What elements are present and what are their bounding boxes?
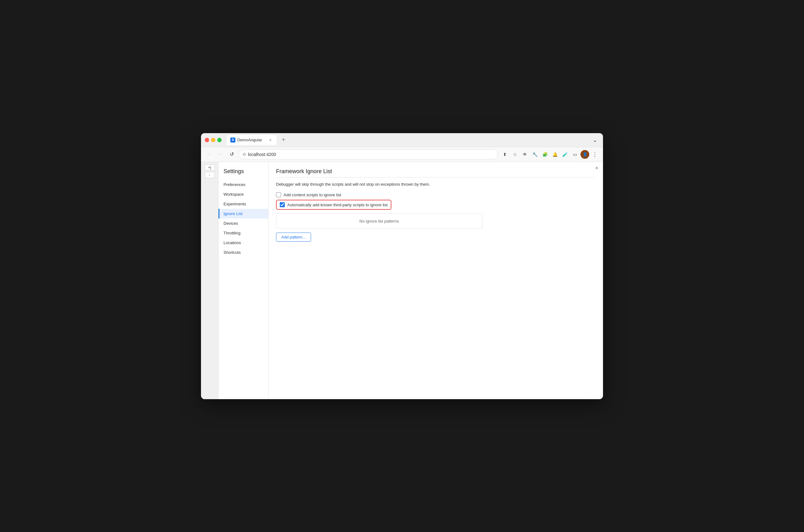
- auto-add-third-party-row: Automatically add known third-party scri…: [276, 200, 391, 210]
- devtools-panel: Settings Preferences Workspace Experimen…: [218, 162, 603, 399]
- settings-close-button[interactable]: ×: [593, 165, 600, 172]
- extension-key-icon[interactable]: 🔧: [531, 150, 539, 159]
- add-content-scripts-label: Add content scripts to ignore list: [284, 193, 341, 197]
- location-icon: ⊙: [243, 152, 246, 157]
- zoom-in-button[interactable]: +|: [205, 165, 215, 171]
- sidebar-item-ignore-list[interactable]: Ignore List: [218, 209, 268, 218]
- devtools-container: +| - Settings Preferences Workspace Expe…: [201, 162, 603, 399]
- traffic-lights: [205, 138, 222, 142]
- browser-toolbar: ← → ↺ ⊙ localhost:4200 ⬆ ☆ 👁 🔧 🧩 🔔 🧪 ▭ 👤…: [201, 147, 603, 162]
- no-patterns-text: No ignore list patterns: [360, 219, 399, 224]
- zoom-out-button[interactable]: -: [205, 172, 215, 178]
- sidebar-item-devices[interactable]: Devices: [218, 218, 268, 228]
- section-divider: [276, 177, 595, 177]
- profile-avatar[interactable]: 👤: [580, 150, 589, 159]
- add-pattern-button[interactable]: Add pattern...: [276, 232, 311, 242]
- minimize-button[interactable]: [211, 138, 215, 142]
- toolbar-right: ⬆ ☆ 👁 🔧 🧩 🔔 🧪 ▭ 👤 ⋮: [500, 150, 599, 159]
- sidebar-item-preferences[interactable]: Preferences: [218, 180, 268, 189]
- sidebar-item-shortcuts[interactable]: Shortcuts: [218, 248, 268, 257]
- address-bar[interactable]: ⊙ localhost:4200: [238, 149, 498, 159]
- settings-sidebar: Settings Preferences Workspace Experimen…: [218, 162, 269, 399]
- browser-window: A DemoAngular × + ⌄ ← → ↺ ⊙ localhost:42…: [201, 133, 603, 399]
- tab-favicon: A: [230, 137, 235, 142]
- left-panel: +| -: [201, 162, 218, 399]
- refresh-button[interactable]: ↺: [227, 150, 236, 159]
- sidebar-item-locations[interactable]: Locations: [218, 238, 268, 248]
- sidebar-toggle-icon[interactable]: ▭: [571, 150, 579, 159]
- settings-main: × Framework Ignore List Debugger will sk…: [269, 162, 603, 399]
- address-text: localhost:4200: [248, 152, 276, 157]
- extension-ghost-icon[interactable]: 👁: [520, 150, 529, 159]
- new-tab-button[interactable]: +: [279, 136, 288, 145]
- close-button[interactable]: [205, 138, 209, 142]
- sidebar-item-experiments[interactable]: Experiments: [218, 199, 268, 209]
- active-tab[interactable]: A DemoAngular ×: [227, 135, 276, 145]
- add-content-scripts-checkbox[interactable]: [276, 192, 281, 197]
- extension-puzzle-icon[interactable]: 🧩: [540, 150, 549, 159]
- devtools-content: Settings Preferences Workspace Experimen…: [218, 162, 603, 399]
- maximize-button[interactable]: [217, 138, 222, 142]
- extension-bell-icon[interactable]: 🔔: [551, 150, 559, 159]
- title-bar: A DemoAngular × + ⌄: [201, 133, 603, 147]
- browser-menu-button[interactable]: ⌄: [591, 136, 599, 145]
- auto-add-third-party-checkbox[interactable]: [280, 202, 285, 207]
- browser-chrome: A DemoAngular × + ⌄ ← → ↺ ⊙ localhost:42…: [201, 133, 603, 162]
- patterns-box: No ignore list patterns: [276, 213, 482, 229]
- settings-title: Settings: [218, 166, 268, 180]
- add-content-scripts-row: Add content scripts to ignore list: [276, 192, 595, 197]
- chrome-menu-button[interactable]: ⋮: [591, 150, 599, 159]
- section-description: Debugger will skip through the scripts a…: [276, 181, 595, 188]
- section-title: Framework Ignore List: [276, 168, 595, 175]
- back-button[interactable]: ←: [205, 150, 213, 159]
- tab-title: DemoAngular: [237, 137, 266, 142]
- auto-add-third-party-label: Automatically add known third-party scri…: [287, 203, 388, 207]
- sidebar-item-throttling[interactable]: Throttling: [218, 228, 268, 238]
- bookmark-icon[interactable]: ☆: [511, 150, 519, 159]
- share-icon[interactable]: ⬆: [500, 150, 509, 159]
- tab-close-button[interactable]: ×: [268, 137, 273, 142]
- forward-button[interactable]: →: [216, 150, 225, 159]
- extension-flask-icon[interactable]: 🧪: [560, 150, 569, 159]
- sidebar-item-workspace[interactable]: Workspace: [218, 189, 268, 199]
